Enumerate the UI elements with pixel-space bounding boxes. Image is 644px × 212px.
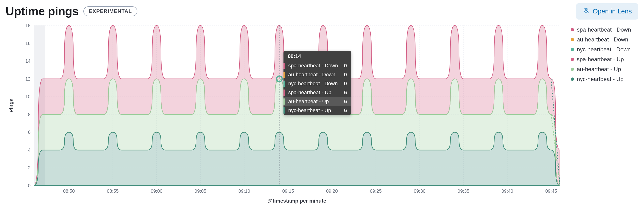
svg-text:09:30: 09:30 — [414, 188, 426, 194]
svg-text:09:15: 09:15 — [282, 188, 294, 194]
tooltip-row: spa-heartbeat - Down 0 — [284, 61, 351, 70]
svg-text:09:35: 09:35 — [458, 188, 469, 194]
svg-text:09:25: 09:25 — [370, 188, 382, 194]
legend-label: au-heartbeat - Up — [577, 66, 621, 73]
legend-label: spa-heartbeat - Down — [577, 26, 631, 33]
tooltip-row: spa-heartbeat - Up 6 — [284, 88, 351, 97]
tooltip-swatch — [284, 98, 285, 104]
svg-text:6: 6 — [28, 130, 30, 135]
legend-item[interactable]: au-heartbeat - Down — [571, 36, 631, 43]
tooltip-row: au-heartbeat - Up 6 — [284, 97, 351, 106]
tooltip-label: nyc-heartbeat - Up — [288, 108, 338, 114]
legend-item[interactable]: nyc-heartbeat - Down — [571, 46, 631, 53]
tooltip-value: 6 — [341, 98, 347, 104]
tooltip-value: 0 — [341, 72, 347, 78]
svg-text:08:50: 08:50 — [63, 188, 75, 194]
svg-text:16: 16 — [25, 41, 30, 46]
tooltip-swatch — [284, 63, 285, 69]
tooltip-label: spa-heartbeat - Up — [288, 89, 338, 96]
uptime-pings-panel: Uptime pings EXPERIMENTAL Open in Lens 0… — [0, 0, 644, 212]
legend-item[interactable]: au-heartbeat - Up — [571, 66, 631, 73]
panel-header: Uptime pings EXPERIMENTAL Open in Lens — [6, 2, 638, 20]
svg-text:2: 2 — [28, 165, 30, 170]
tooltip-row: nyc-heartbeat - Down 0 — [284, 79, 351, 88]
tooltip-value: 6 — [341, 89, 347, 96]
svg-text:09:10: 09:10 — [238, 188, 250, 194]
svg-text:Pings: Pings — [8, 98, 14, 113]
tooltip-time: 09:14 — [284, 51, 351, 61]
legend-item[interactable]: spa-heartbeat - Up — [571, 56, 631, 63]
tooltip-label: spa-heartbeat - Down — [288, 63, 338, 69]
svg-text:14: 14 — [25, 58, 30, 64]
svg-point-1 — [585, 10, 587, 11]
tooltip-label: nyc-heartbeat - Down — [288, 80, 338, 87]
legend-swatch — [571, 28, 574, 31]
legend-swatch — [571, 48, 574, 51]
tooltip-row: nyc-heartbeat - Up 6 — [284, 106, 351, 115]
legend-label: au-heartbeat - Down — [577, 36, 628, 43]
chart-area[interactable]: 02468101214161808:5008:5509:0009:0509:10… — [6, 23, 564, 207]
legend-swatch — [571, 38, 574, 41]
svg-text:09:00: 09:00 — [151, 188, 162, 194]
chart-tooltip: 09:14 spa-heartbeat - Down 0 au-heartbea… — [284, 51, 351, 115]
svg-text:18: 18 — [25, 23, 30, 28]
tooltip-swatch — [284, 80, 285, 87]
svg-text:0: 0 — [28, 183, 30, 188]
legend-swatch — [571, 58, 574, 61]
svg-text:8: 8 — [28, 112, 30, 117]
page-title: Uptime pings — [6, 5, 79, 18]
uptime-chart[interactable]: 02468101214161808:5008:5509:0009:0509:10… — [6, 23, 564, 207]
tooltip-value: 0 — [341, 63, 347, 69]
svg-text:09:40: 09:40 — [502, 188, 513, 194]
tooltip-swatch — [284, 72, 285, 78]
svg-text:08:55: 08:55 — [107, 188, 118, 194]
open-in-lens-label: Open in Lens — [592, 8, 632, 15]
chart-legend: spa-heartbeat - Downau-heartbeat - Downn… — [571, 26, 631, 86]
tooltip-label: au-heartbeat - Down — [288, 72, 338, 78]
svg-text:12: 12 — [25, 76, 30, 81]
tooltip-value: 0 — [341, 80, 347, 87]
lens-icon — [583, 7, 590, 16]
tooltip-row: au-heartbeat - Down 0 — [284, 70, 351, 79]
legend-label: spa-heartbeat - Up — [577, 56, 624, 63]
svg-text:10: 10 — [25, 94, 30, 99]
legend-label: nyc-heartbeat - Up — [577, 76, 624, 82]
svg-text:09:05: 09:05 — [194, 188, 206, 194]
experimental-badge: EXPERIMENTAL — [84, 6, 138, 16]
svg-text:@timestamp per minute: @timestamp per minute — [268, 198, 326, 204]
svg-text:4: 4 — [28, 147, 30, 153]
tooltip-swatch — [284, 89, 285, 96]
legend-swatch — [571, 68, 574, 71]
svg-text:09:45: 09:45 — [545, 188, 557, 194]
svg-point-0 — [584, 8, 588, 13]
open-in-lens-button[interactable]: Open in Lens — [576, 3, 638, 20]
svg-text:09:20: 09:20 — [326, 188, 338, 194]
tooltip-value: 6 — [341, 108, 347, 114]
tooltip-label: au-heartbeat - Up — [288, 98, 338, 104]
legend-swatch — [571, 77, 574, 81]
legend-item[interactable]: spa-heartbeat - Down — [571, 26, 631, 33]
tooltip-swatch — [284, 108, 285, 114]
legend-label: nyc-heartbeat - Down — [577, 46, 630, 53]
legend-item[interactable]: nyc-heartbeat - Up — [571, 76, 631, 82]
